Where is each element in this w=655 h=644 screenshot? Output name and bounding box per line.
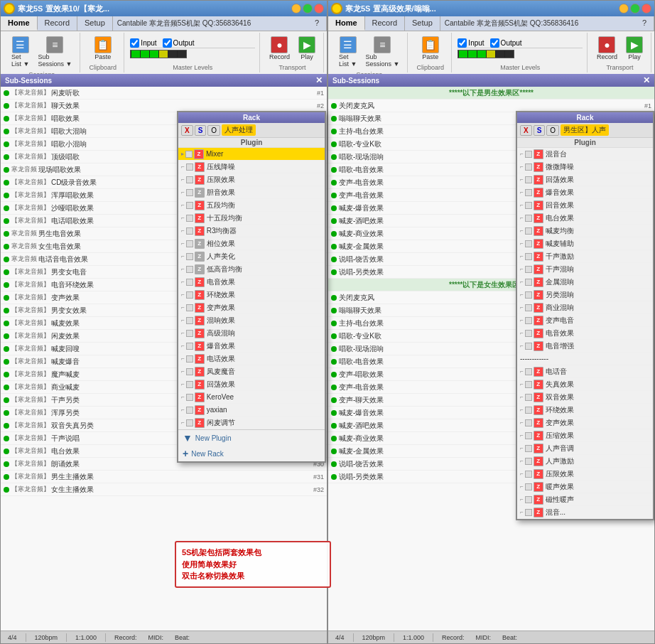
plugin-item[interactable]: ⌐Z爆音效果 xyxy=(178,340,325,353)
plugin-item[interactable]: ⌐Z压缩效果 xyxy=(517,429,653,442)
plugin-toggle[interactable] xyxy=(186,279,193,286)
plugin-item[interactable]: ⌐Z千声激励 xyxy=(517,250,653,263)
plugin-toggle[interactable] xyxy=(525,317,532,324)
plugin-toggle[interactable] xyxy=(525,304,532,311)
plugin-item[interactable]: ⌐Z压线降噪 xyxy=(178,161,325,173)
plugin-toggle[interactable] xyxy=(185,151,193,158)
plugin-toggle[interactable] xyxy=(525,343,532,350)
rack-tool-s-right[interactable]: S xyxy=(534,125,546,136)
plugin-toggle[interactable] xyxy=(186,394,193,401)
tab-record-left[interactable]: Record xyxy=(38,16,77,31)
plugin-toggle[interactable] xyxy=(525,189,532,196)
set-list-button[interactable]: ☰ SetList ▼ xyxy=(8,34,33,70)
plugin-toggle[interactable] xyxy=(186,266,193,273)
plugin-item[interactable]: ⌐Z电话效果 xyxy=(178,353,325,365)
right-maximize-button[interactable] xyxy=(630,4,640,14)
plugin-item[interactable]: ⌐Z暖声效果 xyxy=(517,481,653,493)
new-rack-btn-left[interactable]: + New Rack xyxy=(178,446,325,461)
plugin-toggle[interactable] xyxy=(186,240,193,247)
plugin-list-left[interactable]: ▸ZMixer⌐Z压线降噪⌐Z压限效果⌐Z胆音效果⌐Z五段均衡⌐Z十五段均衡⌐Z… xyxy=(178,148,325,429)
plugin-item[interactable]: ⌐Zyaxian xyxy=(178,404,325,417)
sub-sessions-button-right[interactable]: ≡ SubSessions ▼ xyxy=(362,34,403,70)
record-button-left[interactable]: ● Record xyxy=(266,34,293,63)
plugin-item[interactable]: ⌐Z压限效果 xyxy=(517,468,653,481)
plugin-toggle[interactable] xyxy=(525,432,532,439)
plugin-item[interactable]: ⌐ZR3均衡器 xyxy=(178,225,325,237)
plugin-toggle[interactable] xyxy=(525,227,532,235)
plugin-toggle[interactable] xyxy=(186,330,193,337)
close-button[interactable] xyxy=(314,4,324,14)
plugin-item[interactable]: ⌐Z喊麦辅助 xyxy=(517,237,653,250)
sub-sessions-close-right[interactable]: ✕ xyxy=(643,75,650,85)
plugin-toggle[interactable] xyxy=(525,445,532,452)
plugin-toggle[interactable] xyxy=(186,176,193,183)
plugin-item[interactable]: ⌐Z人声美化 xyxy=(178,250,325,263)
plugin-item[interactable]: ⌐Z金属混响 xyxy=(517,276,653,289)
sub-sessions-button[interactable]: ≡ SubSessions ▼ xyxy=(34,34,75,70)
rack-tool-x-left[interactable]: X xyxy=(181,125,193,136)
help-button-left[interactable]: ? xyxy=(308,16,327,31)
session-item[interactable]: 【寒龙音频】闲麦听歌#1 xyxy=(1,87,327,100)
session-item[interactable]: 【寒龙音频】男生主播效果#31 xyxy=(1,471,327,483)
plugin-item[interactable]: ⌐Z电音效果 xyxy=(517,327,653,340)
plugin-toggle[interactable] xyxy=(525,291,532,299)
plugin-item[interactable]: ⌐Z干声混响 xyxy=(517,263,653,276)
plugin-toggle[interactable] xyxy=(525,240,532,247)
record-button-right[interactable]: ● Record xyxy=(593,34,621,63)
tab-home-left[interactable]: Home xyxy=(1,16,38,31)
plugin-list-right[interactable]: ⌐Z混音台⌐Z微微降噪⌐Z回荡效果⌐Z爆音效果⌐Z回音效果⌐Z电台效果⌐Z喊麦均… xyxy=(517,148,653,519)
plugin-item[interactable]: ⌐Z闲麦调节 xyxy=(178,417,325,429)
rack-tool-o-right[interactable]: O xyxy=(546,125,559,136)
input-check-right[interactable] xyxy=(458,38,467,48)
plugin-item[interactable]: ▸ZMixer xyxy=(178,148,325,161)
play-button-left[interactable]: ▶ Play xyxy=(295,34,319,63)
plugin-toggle[interactable] xyxy=(525,215,532,222)
plugin-toggle[interactable] xyxy=(525,394,532,401)
plugin-item[interactable]: ⌐Z电音效果 xyxy=(178,276,325,289)
plugin-toggle[interactable] xyxy=(186,368,193,375)
plugin-item[interactable]: ⌐Z回音效果 xyxy=(517,199,653,212)
plugin-item[interactable]: ⌐Z环绕效果 xyxy=(178,289,325,301)
plugin-toggle[interactable] xyxy=(525,279,532,286)
plugin-item[interactable]: ⌐Z微微降噪 xyxy=(517,161,653,173)
play-button-right[interactable]: ▶ Play xyxy=(622,34,646,63)
session-item[interactable]: *****以下是男生效果区***** xyxy=(328,87,654,100)
plugin-item[interactable]: ⌐Z双音效果 xyxy=(517,391,653,404)
plugin-item[interactable]: ⌐Z变声效果 xyxy=(178,301,325,314)
output-checkbox[interactable]: Output xyxy=(163,38,195,48)
plugin-item[interactable]: ⌐Z人声激励 xyxy=(517,455,653,468)
plugin-toggle[interactable] xyxy=(186,419,193,426)
plugin-toggle[interactable] xyxy=(186,215,193,222)
plugin-item[interactable]: ⌐Z压限效果 xyxy=(178,173,325,186)
plugin-toggle[interactable] xyxy=(186,253,193,260)
plugin-toggle[interactable] xyxy=(525,368,532,375)
output-check[interactable] xyxy=(163,38,172,48)
plugin-item[interactable]: ⌐ZKeroVee xyxy=(178,391,325,404)
plugin-item[interactable]: ⌐Z回荡效果 xyxy=(517,173,653,186)
output-checkbox-right[interactable]: Output xyxy=(490,38,522,48)
plugin-item[interactable]: ⌐Z人声音调 xyxy=(517,442,653,455)
plugin-item[interactable]: ⌐Z环绕效果 xyxy=(517,404,653,417)
plugin-item[interactable]: ⌐Z十五段均衡 xyxy=(178,212,325,225)
input-check[interactable] xyxy=(130,38,139,48)
input-checkbox-right[interactable]: Input xyxy=(458,38,484,48)
plugin-item[interactable]: ⌐Z混响效果 xyxy=(178,314,325,327)
plugin-item[interactable]: ⌐Z另类混响 xyxy=(517,289,653,301)
plugin-toggle[interactable] xyxy=(186,227,193,235)
sub-sessions-close-left[interactable]: ✕ xyxy=(315,75,323,85)
right-close-button[interactable] xyxy=(642,4,651,14)
plugin-toggle[interactable] xyxy=(186,202,193,209)
set-list-button-right[interactable]: ☰ SetList ▼ xyxy=(335,34,360,70)
plugin-toggle[interactable] xyxy=(186,291,193,299)
plugin-item[interactable]: ------------ xyxy=(517,353,653,365)
plugin-item[interactable]: ⌐Z相位效果 xyxy=(178,237,325,250)
plugin-item[interactable]: ⌐Z五段均衡 xyxy=(178,199,325,212)
input-checkbox[interactable]: Input xyxy=(130,38,156,48)
plugin-item[interactable]: ⌐Z变声电音 xyxy=(517,314,653,327)
tab-record-right[interactable]: Record xyxy=(365,16,405,31)
tab-home-right[interactable]: Home xyxy=(328,16,365,31)
rack-tool-x-right[interactable]: X xyxy=(520,125,532,136)
plugin-toggle[interactable] xyxy=(525,176,532,183)
plugin-item[interactable]: ⌐Z低高音均衡 xyxy=(178,263,325,276)
plugin-toggle[interactable] xyxy=(525,151,532,158)
